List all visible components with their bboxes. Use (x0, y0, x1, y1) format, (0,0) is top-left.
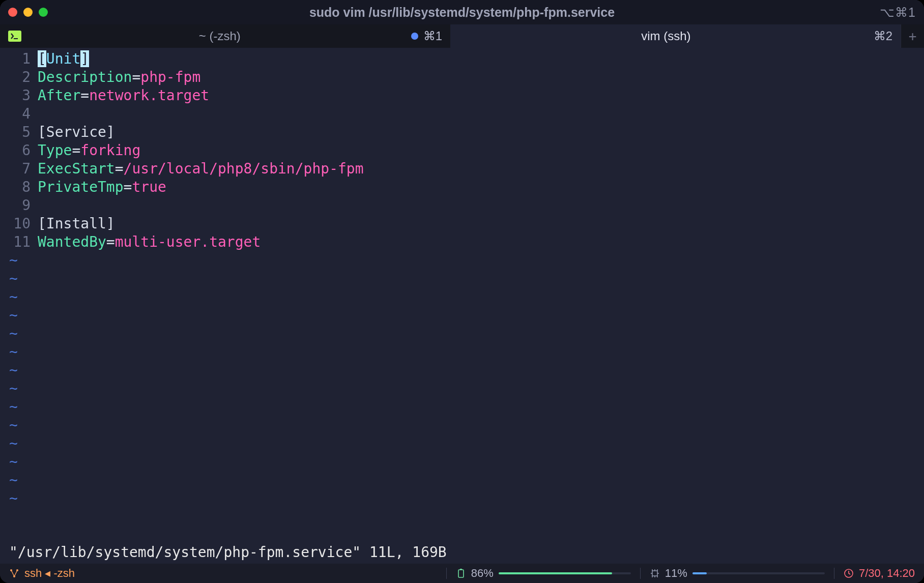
tmux-statusbar: ssh ◂ -zsh 86% 11% 7/30, 14:20 (0, 564, 924, 583)
empty-line-tilde: ~ (0, 471, 924, 489)
terminal-icon (8, 31, 21, 42)
line-content: Description=php-fpm (34, 68, 200, 86)
clock-icon (844, 568, 854, 578)
line-content (34, 105, 38, 123)
clock-segment: 7/30, 14:20 (834, 564, 924, 583)
battery-icon (456, 568, 466, 578)
terminal-window: sudo vim /usr/lib/systemd/system/php-fpm… (0, 0, 924, 583)
network-icon (9, 568, 19, 578)
editor-line: 5[Service] (0, 123, 924, 141)
editor-line: 4 (0, 105, 924, 123)
line-content: [Install] (34, 215, 115, 233)
battery-segment: 86% (447, 564, 640, 583)
empty-line-tilde: ~ (0, 270, 924, 288)
session-text: ssh ◂ -zsh (24, 567, 75, 580)
editor-line: 9 (0, 196, 924, 215)
tab-label: ~ (-zsh) (28, 29, 411, 43)
empty-line-tilde: ~ (0, 434, 924, 453)
empty-line-tilde: ~ (0, 306, 924, 325)
empty-line-tilde: ~ (0, 489, 924, 508)
line-number: 6 (0, 141, 34, 160)
editor-pane[interactable]: 1[Unit]2Description=php-fpm3After=networ… (0, 48, 924, 542)
new-tab-button[interactable]: + (901, 24, 924, 48)
line-number: 8 (0, 178, 34, 196)
line-content: [Service] (34, 123, 115, 141)
empty-line-tilde: ~ (0, 325, 924, 343)
editor-line: 2Description=php-fpm (0, 68, 924, 86)
svg-rect-5 (460, 569, 462, 570)
close-window-button[interactable] (8, 8, 17, 17)
line-number: 11 (0, 233, 34, 251)
editor-line: 6Type=forking (0, 141, 924, 160)
empty-line-tilde: ~ (0, 288, 924, 306)
tab-label: vim (ssh) (458, 29, 874, 43)
battery-text: 86% (471, 567, 494, 580)
vim-statusline: "/usr/lib/systemd/system/php-fpm.service… (0, 542, 924, 564)
line-number: 5 (0, 123, 34, 141)
empty-line-tilde: ~ (0, 251, 924, 270)
line-number: 1 (0, 50, 34, 68)
line-number: 7 (0, 160, 34, 178)
window-title: sudo vim /usr/lib/systemd/system/php-fpm… (0, 5, 924, 20)
line-content: PrivateTmp=true (34, 178, 166, 196)
line-number: 2 (0, 68, 34, 86)
window-controls (8, 8, 48, 17)
line-content: [Unit] (34, 50, 89, 68)
editor-line: 8PrivateTmp=true (0, 178, 924, 196)
zoom-window-button[interactable] (39, 8, 48, 17)
editor-line: 1[Unit] (0, 50, 924, 68)
editor-line: 11WantedBy=multi-user.target (0, 233, 924, 251)
empty-line-tilde: ~ (0, 361, 924, 380)
svg-rect-4 (458, 570, 464, 577)
svg-rect-6 (652, 571, 657, 576)
window-shortcut: ⌥⌘1 (880, 5, 916, 20)
empty-line-tilde: ~ (0, 398, 924, 416)
tab-zsh[interactable]: ~ (-zsh) ⌘1 (0, 24, 450, 48)
tab-vim-ssh[interactable]: vim (ssh) ⌘2 (450, 24, 901, 48)
cpu-icon (650, 568, 660, 578)
line-content: Type=forking (34, 141, 140, 160)
cpu-segment: 11% (641, 564, 834, 583)
line-number: 10 (0, 215, 34, 233)
empty-line-tilde: ~ (0, 343, 924, 361)
editor-line: 3After=network.target (0, 86, 924, 105)
line-content: WantedBy=multi-user.target (34, 233, 261, 251)
tabbar: ~ (-zsh) ⌘1 vim (ssh) ⌘2 + (0, 24, 924, 48)
minimize-window-button[interactable] (23, 8, 33, 17)
session-segment: ssh ◂ -zsh (0, 564, 84, 583)
editor-line: 7ExecStart=/usr/local/php8/sbin/php-fpm (0, 160, 924, 178)
battery-meter (499, 572, 631, 574)
editor-line: 10[Install] (0, 215, 924, 233)
empty-line-tilde: ~ (0, 453, 924, 471)
line-number: 4 (0, 105, 34, 123)
cpu-text: 11% (665, 567, 687, 580)
line-content (34, 196, 38, 215)
line-content: After=network.target (34, 86, 209, 105)
empty-line-tilde: ~ (0, 380, 924, 398)
titlebar: sudo vim /usr/lib/systemd/system/php-fpm… (0, 0, 924, 24)
empty-line-tilde: ~ (0, 416, 924, 434)
tab-shortcut: ⌘2 (874, 29, 892, 43)
datetime-text: 7/30, 14:20 (859, 567, 915, 580)
line-content: ExecStart=/usr/local/php8/sbin/php-fpm (34, 160, 364, 178)
tab-shortcut: ⌘1 (423, 29, 442, 43)
cpu-meter (692, 572, 825, 574)
line-number: 9 (0, 196, 34, 215)
line-number: 3 (0, 86, 34, 105)
modified-dot-icon (411, 33, 418, 40)
